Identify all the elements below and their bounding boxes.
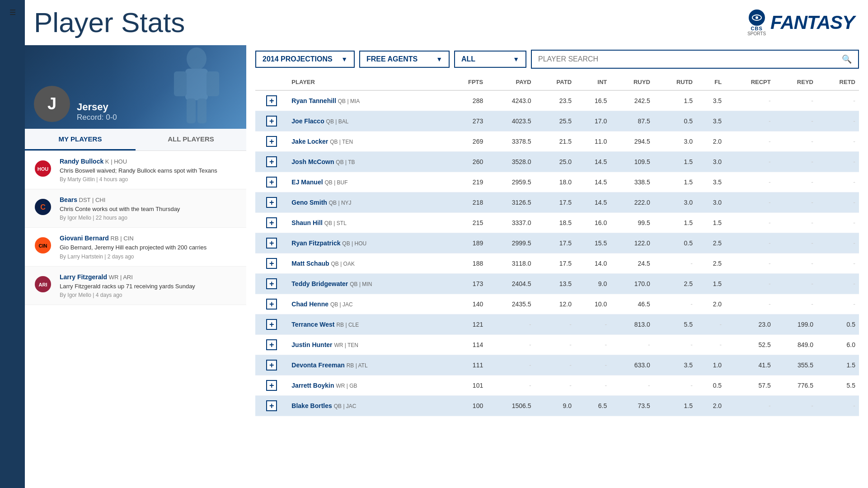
add-player-button[interactable]: +: [266, 360, 277, 371]
player-name[interactable]: Ryan Tannehill: [291, 97, 336, 104]
player-hero: J Jersey Record: 0-0: [25, 45, 246, 129]
add-cell: +: [255, 274, 288, 294]
add-player-button[interactable]: +: [266, 177, 277, 188]
cell-fpts: 121: [446, 314, 487, 335]
hamburger-icon[interactable]: ☰: [9, 8, 16, 17]
news-player-name: Giovani Bernard: [60, 235, 109, 242]
player-detail: QB | HOU: [342, 240, 366, 247]
cell-recpt: 57.5: [725, 375, 774, 396]
cell-payd: 2959.5: [487, 172, 535, 192]
sidebar: ☰: [0, 0, 25, 488]
col-fl: FL: [696, 74, 725, 90]
player-name[interactable]: Jarrett Boykin: [291, 382, 334, 389]
add-player-button[interactable]: +: [266, 217, 277, 228]
cell-fpts: 288: [446, 90, 487, 111]
player-name[interactable]: Shaun Hill: [291, 219, 322, 226]
player-name[interactable]: Devonta Freeman: [291, 361, 344, 369]
add-player-button[interactable]: +: [266, 380, 277, 391]
cell-ruyd: 46.5: [610, 294, 654, 314]
add-cell: +: [255, 172, 288, 192]
player-name[interactable]: Joe Flacco: [291, 117, 324, 125]
add-player-button[interactable]: +: [266, 238, 277, 249]
add-player-button[interactable]: +: [266, 299, 277, 310]
player-name[interactable]: Matt Schaub: [291, 260, 329, 267]
player-name[interactable]: Jake Locker: [291, 138, 328, 145]
col-fpts: FPTS: [446, 74, 487, 90]
add-cell: +: [255, 375, 288, 395]
add-player-button[interactable]: +: [266, 156, 277, 167]
tab-my-players[interactable]: MY PLAYERS: [25, 129, 136, 150]
cell-ruyd: 633.0: [610, 355, 654, 375]
svg-rect-7: [197, 99, 206, 123]
cell-int: -: [575, 375, 610, 396]
svg-rect-3: [185, 69, 208, 100]
player-detail: RB | ATL: [347, 362, 368, 369]
tab-all-players[interactable]: ALL PLAYERS: [136, 129, 246, 150]
player-name[interactable]: Chad Henne: [291, 300, 328, 308]
news-item: ARILarry Fitzgerald WR | ARILarry Fitzge…: [25, 267, 246, 305]
add-player-button[interactable]: +: [266, 400, 277, 411]
stats-tbody: +Ryan Tannehill QB | MIA2884243.023.516.…: [255, 90, 859, 416]
cell-reyd: -: [774, 131, 817, 152]
cell-int: 17.0: [575, 111, 610, 131]
player-name[interactable]: Teddy Bridgewater: [291, 280, 348, 287]
table-row: +EJ Manuel QB | BUF2192959.518.014.5338.…: [255, 172, 859, 192]
table-row: +Josh McCown QB | TB2603528.025.014.5109…: [255, 152, 859, 172]
player-name[interactable]: EJ Manuel: [291, 178, 323, 186]
player-name[interactable]: Josh McCown: [291, 158, 334, 165]
cell-retd: -: [817, 90, 859, 111]
cell-patd: 18.0: [535, 172, 575, 192]
table-row: +Teddy Bridgewater QB | MIN1732404.513.5…: [255, 274, 859, 294]
player-name[interactable]: Terrance West: [291, 321, 334, 328]
player-name[interactable]: Blake Bortles: [291, 402, 332, 409]
cell-fpts: 100: [446, 396, 487, 416]
player-name-cell: Joe Flacco QB | BAL: [288, 111, 446, 131]
add-player-button[interactable]: +: [266, 116, 277, 127]
cell-int: -: [575, 355, 610, 375]
news-content: Bears DST | CHIChris Conte works out wit…: [60, 196, 239, 221]
player-detail: QB | TEN: [330, 139, 353, 145]
news-text: Larry Fitzgerald racks up 71 receiving y…: [60, 282, 239, 291]
cell-int: -: [575, 314, 610, 335]
cell-payd: -: [487, 335, 535, 355]
svg-rect-6: [187, 99, 196, 123]
header: Player Stats CBS SPORTS FANTASY: [25, 0, 868, 45]
add-player-button[interactable]: +: [266, 339, 277, 350]
player-name[interactable]: Justin Hunter: [291, 341, 332, 348]
cell-patd: 18.5: [535, 213, 575, 233]
player-name-cell: Josh McCown QB | TB: [288, 152, 446, 172]
news-content: Giovani Bernard RB | CINGio Bernard, Jer…: [60, 234, 239, 259]
add-player-button[interactable]: +: [266, 319, 277, 330]
cell-int: 14.5: [575, 152, 610, 172]
add-player-button[interactable]: +: [266, 95, 277, 106]
news-meta: By Igor Mello | 22 hours ago: [60, 215, 239, 221]
cell-rutd: 3.5: [654, 355, 696, 375]
table-row: +Devonta Freeman RB | ATL111---633.03.51…: [255, 355, 859, 375]
add-player-button[interactable]: +: [266, 197, 277, 208]
cell-ruyd: 24.5: [610, 253, 654, 274]
cell-int: 14.5: [575, 192, 610, 213]
col-rutd: RUTD: [654, 74, 696, 90]
search-input[interactable]: [538, 55, 837, 63]
player-detail: QB | JAC: [334, 403, 357, 409]
player-search-box[interactable]: 🔍: [531, 50, 859, 69]
cell-patd: 12.0: [535, 294, 575, 314]
projections-filter[interactable]: 2014 PROJECTIONS ▼: [255, 51, 355, 68]
table-row: +Ryan Tannehill QB | MIA2884243.023.516.…: [255, 90, 859, 111]
add-player-button[interactable]: +: [266, 258, 277, 269]
cell-reyd: 199.0: [774, 314, 817, 335]
position-filter[interactable]: ALL ▼: [454, 51, 526, 68]
player-name[interactable]: Ryan Fitzpatrick: [291, 239, 340, 247]
news-player-pos: K | HOU: [103, 158, 127, 165]
cell-fl: 2.0: [696, 131, 725, 152]
cell-reyd: 849.0: [774, 335, 817, 355]
cell-rutd: 5.5: [654, 314, 696, 335]
add-player-button[interactable]: +: [266, 278, 277, 289]
cell-retd: -: [817, 172, 859, 192]
player-detail: QB | MIN: [350, 281, 372, 287]
player-name[interactable]: Geno Smith: [291, 199, 327, 206]
search-icon[interactable]: 🔍: [842, 54, 852, 64]
add-player-button[interactable]: +: [266, 136, 277, 147]
agents-filter[interactable]: FREE AGENTS ▼: [359, 51, 450, 68]
cell-fl: -: [696, 335, 725, 355]
